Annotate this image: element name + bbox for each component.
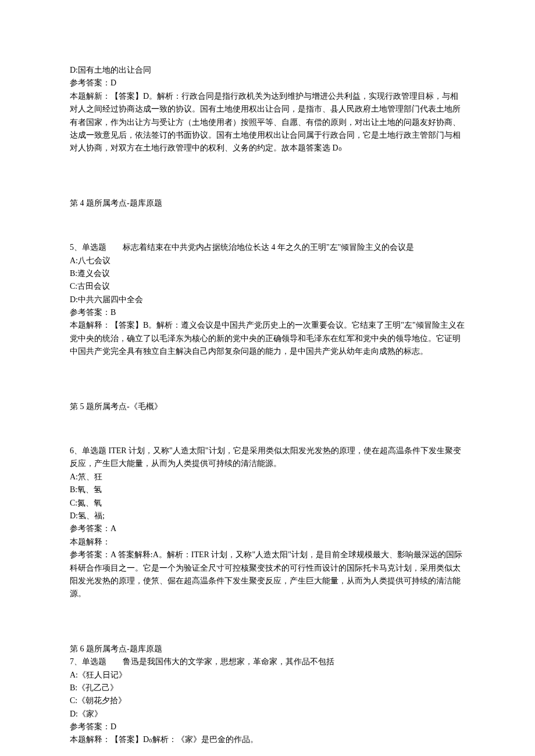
- q6-ref-answer: 参考答案：A: [70, 522, 465, 535]
- spacer: [70, 601, 465, 643]
- spacer: [70, 359, 465, 400]
- q7-option-a: A:《狂人日记》: [70, 669, 465, 682]
- q6-explanation: 参考答案：A 答案解释:A。解析：ITER 计划，又称"人造太阳"计划，是目前全…: [70, 549, 465, 601]
- q6-category: 第 6 题所属考点-题库原题: [70, 643, 465, 655]
- q6-header: 6、单选题 ITER 计划，又称"人造太阳"计划，它是采用类似太阳发光发热的原理…: [70, 445, 465, 471]
- q6-option-d: D:氢、福;: [70, 510, 465, 522]
- q5-category: 第 5 题所属考点-《毛概》: [70, 400, 465, 413]
- q6-option-c: C:氮、氧: [70, 497, 465, 510]
- q4-option-d: D:国有土地的出让合同: [70, 64, 465, 77]
- q4-category: 第 4 题所属考点-题库原题: [70, 197, 465, 210]
- q4-ref-answer: 参考答案：D: [70, 77, 465, 89]
- q7-option-c: C:《朝花夕拾》: [70, 694, 465, 707]
- q7-option-d: D:《家》: [70, 708, 465, 721]
- q5-option-a: A:八七会议: [70, 255, 465, 267]
- q7-option-b: B:《孔乙己》: [70, 682, 465, 694]
- q5-ref-answer: 参考答案：B: [70, 306, 465, 319]
- spacer: [70, 210, 465, 241]
- q4-explanation: 本题解新：【答案】D。解析：行政合同是指行政机关为达到维护与增进公共利益，实现行…: [70, 90, 465, 155]
- q7-header: 7、单选题 鲁迅是我国伟大的文学家，思想家，革命家，其作品不包括: [70, 655, 465, 668]
- spacer: [70, 155, 465, 197]
- q5-option-d: D:中共六届四中全会: [70, 293, 465, 306]
- q5-option-b: B:遵义会议: [70, 267, 465, 280]
- q5-header: 5、单选题 标志着结束在中共党内占据统治地位长达 4 年之久的王明"左"倾冒险主…: [70, 241, 465, 254]
- q6-option-b: B:氧、氢: [70, 483, 465, 496]
- q5-option-c: C:古田会议: [70, 280, 465, 293]
- q6-option-a: A:笊、狂: [70, 471, 465, 483]
- q7-ref-answer: 参考答案：D: [70, 721, 465, 733]
- document-page: D:国有土地的出让合同 参考答案：D 本题解新：【答案】D。解析：行政合同是指行…: [0, 0, 535, 756]
- spacer: [70, 413, 465, 445]
- q5-explanation: 本题解释：【答案】B。解析：遵义会议是中国共产党历史上的一次重要会议。它结束了王…: [70, 319, 465, 358]
- q7-explanation: 本题解释：【答案】D₀解析：《家》是巴金的作品。: [70, 733, 465, 746]
- q6-explanation-label: 本题解释：: [70, 536, 465, 549]
